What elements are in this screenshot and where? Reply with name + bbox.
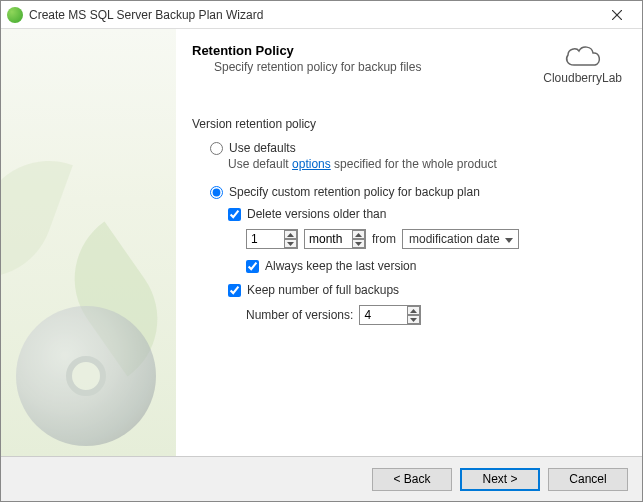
svg-marker-6 (505, 238, 513, 243)
checkbox-keep-number[interactable] (228, 284, 241, 297)
app-icon (7, 7, 23, 23)
age-unit-wrap (304, 229, 366, 249)
age-value-spinner (284, 230, 297, 248)
age-unit-up[interactable] (352, 230, 365, 239)
option-delete-older[interactable]: Delete versions older than (228, 207, 622, 221)
back-button[interactable]: < Back (372, 468, 452, 491)
close-button[interactable] (598, 1, 636, 28)
checkbox-keep-number-label: Keep number of full backups (247, 283, 399, 297)
cloud-icon (562, 43, 604, 69)
page-header: Retention Policy Specify retention polic… (192, 43, 622, 85)
option-always-keep-last[interactable]: Always keep the last version (246, 259, 622, 273)
titlebar: Create MS SQL Server Backup Plan Wizard (1, 1, 642, 29)
delete-older-controls: from modification date (246, 229, 622, 249)
radio-custom[interactable] (210, 186, 223, 199)
age-unit-spinner (352, 230, 365, 248)
svg-marker-4 (355, 233, 362, 237)
checkbox-always-keep-last-label: Always keep the last version (265, 259, 416, 273)
chevron-down-icon (505, 232, 513, 246)
num-versions-label: Number of versions: (246, 308, 353, 322)
from-select-value: modification date (409, 232, 500, 246)
footer: < Back Next > Cancel (1, 456, 642, 501)
cancel-button[interactable]: Cancel (548, 468, 628, 491)
age-unit-down[interactable] (352, 239, 365, 248)
age-value-down[interactable] (284, 239, 297, 248)
svg-marker-5 (355, 242, 362, 246)
brand-logo: CloudberryLab (543, 43, 622, 85)
radio-use-defaults-label: Use defaults (229, 141, 296, 155)
num-versions-wrap (359, 305, 421, 325)
page-subtitle: Specify retention policy for backup file… (214, 60, 543, 74)
radio-custom-label: Specify custom retention policy for back… (229, 185, 480, 199)
num-versions-up[interactable] (407, 306, 420, 315)
num-versions-down[interactable] (407, 315, 420, 324)
checkbox-delete-older[interactable] (228, 208, 241, 221)
window-title: Create MS SQL Server Backup Plan Wizard (29, 8, 598, 22)
radio-use-defaults[interactable] (210, 142, 223, 155)
group-label: Version retention policy (192, 117, 622, 131)
option-custom[interactable]: Specify custom retention policy for back… (210, 185, 622, 199)
page-title: Retention Policy (192, 43, 543, 58)
checkbox-always-keep-last[interactable] (246, 260, 259, 273)
close-icon (612, 10, 622, 20)
age-value-up[interactable] (284, 230, 297, 239)
option-use-defaults[interactable]: Use defaults (210, 141, 622, 155)
content-area: Retention Policy Specify retention polic… (176, 29, 642, 456)
from-label: from (372, 232, 396, 246)
keep-number-controls: Number of versions: (246, 305, 622, 325)
body: Retention Policy Specify retention polic… (1, 29, 642, 456)
brand-name: CloudberryLab (543, 71, 622, 85)
options-link[interactable]: options (292, 157, 331, 171)
svg-marker-3 (287, 242, 294, 246)
svg-marker-2 (287, 233, 294, 237)
svg-marker-7 (410, 309, 417, 313)
svg-marker-8 (410, 318, 417, 322)
use-defaults-desc: Use default options specified for the wh… (228, 157, 622, 171)
option-keep-number[interactable]: Keep number of full backups (228, 283, 622, 297)
from-select[interactable]: modification date (402, 229, 519, 249)
wizard-window: Create MS SQL Server Backup Plan Wizard … (0, 0, 643, 502)
num-versions-spinner (407, 306, 420, 324)
next-button[interactable]: Next > (460, 468, 540, 491)
checkbox-delete-older-label: Delete versions older than (247, 207, 386, 221)
sidebar-graphic (1, 29, 176, 456)
age-value-wrap (246, 229, 298, 249)
